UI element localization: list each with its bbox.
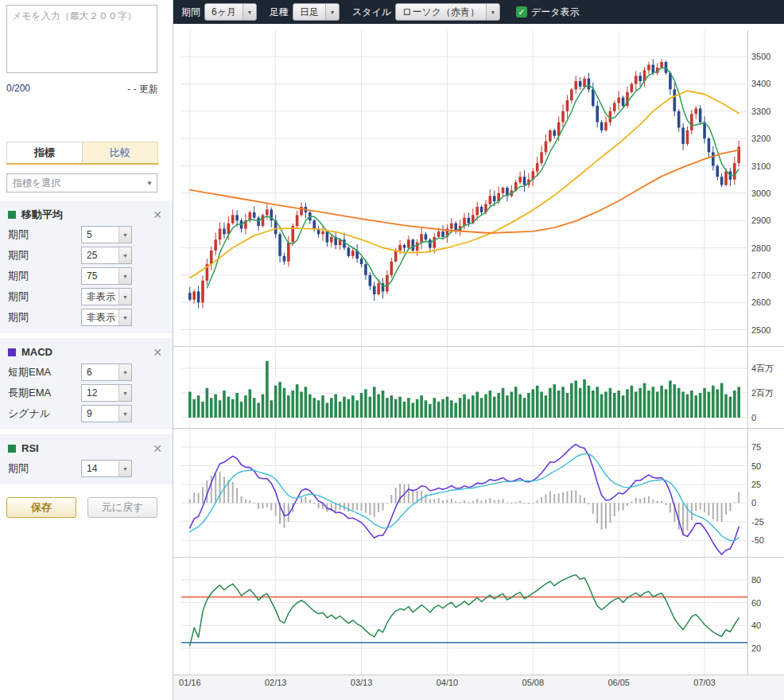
rsi-period-select[interactable]: 14 ▼ <box>81 460 132 477</box>
svg-text:2百万: 2百万 <box>751 388 774 398</box>
row-label: 期間 <box>8 290 81 304</box>
ma-period-select-3[interactable]: 75 ▼ <box>81 267 132 285</box>
svg-text:4百万: 4百万 <box>751 364 774 373</box>
ma-period-row: 期間 非表示 ▼ <box>8 286 165 307</box>
volume-bars <box>188 361 740 418</box>
rsi-row: 期間 14 ▼ <box>8 458 165 479</box>
ma-period-row: 期間 5 ▼ <box>8 224 165 245</box>
ma-period-row: 期間 75 ▼ <box>8 266 165 286</box>
select-value: 9 <box>87 408 92 419</box>
bartype-dropdown[interactable]: 日足 ▼ <box>293 3 340 21</box>
close-icon[interactable]: ✕ <box>150 346 165 359</box>
chart-canvas[interactable]: 3500340033003200310030002900280027002600… <box>173 24 784 700</box>
chevron-down-icon: ▼ <box>118 406 131 422</box>
ma-period-select-4[interactable]: 非表示 ▼ <box>81 288 132 305</box>
svg-text:50: 50 <box>751 461 761 471</box>
gridlines <box>181 30 747 675</box>
select-value: 12 <box>87 387 97 399</box>
bartype-label: 足種 <box>270 6 289 19</box>
svg-text:25: 25 <box>751 480 761 489</box>
indicator-select[interactable]: 指標を選択 ▼ <box>6 173 157 192</box>
indicator-select-placeholder: 指標を選択 <box>13 177 60 190</box>
select-value: 非表示 <box>87 311 115 325</box>
row-label: 期間 <box>8 248 81 262</box>
ma-period-select-5[interactable]: 非表示 ▼ <box>81 309 132 326</box>
ma-color-swatch <box>8 211 16 219</box>
tab-indicator[interactable]: 指標 <box>6 142 83 163</box>
section-title: 移動平均 <box>21 208 150 222</box>
chart-area: 期間 6ヶ月 ▼ 足種 日足 ▼ スタイル ローソク（赤青） ▼ ✓ データ表示… <box>173 0 784 700</box>
select-value: 14 <box>87 463 97 474</box>
svg-text:3500: 3500 <box>751 52 770 61</box>
chevron-down-icon: ▼ <box>118 247 131 263</box>
memo-input[interactable] <box>6 5 157 73</box>
svg-text:2600: 2600 <box>751 298 770 307</box>
ma-period-row: 期間 25 ▼ <box>8 245 165 266</box>
chart-body: 3500340033003200310030002900280027002600… <box>173 24 784 700</box>
row-label: 期間 <box>8 228 81 242</box>
save-button[interactable]: 保存 <box>6 497 76 518</box>
dropdown-value: ローソク（赤青） <box>396 6 486 19</box>
macd-row: 長期EMA 12 ▼ <box>8 383 165 403</box>
ma25-line <box>190 91 739 278</box>
svg-text:2700: 2700 <box>751 270 770 280</box>
macd-color-swatch <box>8 348 16 356</box>
section-title: MACD <box>21 346 150 358</box>
svg-text:-25: -25 <box>751 517 764 527</box>
ma-period-row: 期間 非表示 ▼ <box>8 307 165 328</box>
svg-text:3000: 3000 <box>751 189 770 198</box>
macd-signal-select[interactable]: 9 ▼ <box>81 405 132 422</box>
memo-char-counter: 0/200 <box>6 83 30 96</box>
memo-update-button[interactable]: - - 更新 <box>127 83 158 96</box>
svg-text:20: 20 <box>751 644 761 653</box>
svg-text:-50: -50 <box>751 535 764 545</box>
svg-text:3400: 3400 <box>751 79 770 88</box>
row-label: 期間 <box>8 461 81 476</box>
chevron-down-icon: ▼ <box>243 4 256 20</box>
row-label: 長期EMA <box>8 386 81 400</box>
macd-histogram <box>189 472 739 535</box>
tab-compare[interactable]: 比較 <box>83 142 158 163</box>
select-value: 25 <box>87 250 97 261</box>
ma-period-select-2[interactable]: 25 ▼ <box>81 247 132 264</box>
chevron-down-icon: ▼ <box>118 289 131 305</box>
ma-period-select-1[interactable]: 5 ▼ <box>81 226 132 243</box>
chevron-down-icon: ▼ <box>118 385 131 401</box>
svg-text:04/10: 04/10 <box>437 678 459 687</box>
section-moving-average: 移動平均 ✕ 期間 5 ▼ 期間 25 ▼ <box>0 200 173 333</box>
settings-sidebar: 0/200 - - 更新 指標 比較 指標を選択 ▼ 移動平均 ✕ 期間 <box>0 0 173 700</box>
svg-text:3100: 3100 <box>751 161 770 171</box>
row-label: 短期EMA <box>8 365 81 379</box>
svg-text:3200: 3200 <box>751 134 770 143</box>
svg-text:02/13: 02/13 <box>265 678 287 687</box>
svg-text:2800: 2800 <box>751 243 770 253</box>
period-label: 期間 <box>181 6 200 19</box>
svg-text:2500: 2500 <box>751 325 770 335</box>
svg-text:80: 80 <box>751 575 761 585</box>
close-icon[interactable]: ✕ <box>150 442 165 455</box>
macd-fast-ema-select[interactable]: 6 ▼ <box>81 364 132 381</box>
macd-slow-ema-select[interactable]: 12 ▼ <box>81 384 132 402</box>
close-icon[interactable]: ✕ <box>150 208 165 221</box>
reset-button[interactable]: 元に戻す <box>87 497 157 518</box>
row-label: 期間 <box>8 269 81 283</box>
svg-text:03/13: 03/13 <box>351 678 373 687</box>
macd-line <box>190 445 739 555</box>
macd-signal-line <box>190 453 739 540</box>
period-dropdown[interactable]: 6ヶ月 ▼ <box>204 3 257 21</box>
svg-text:01/16: 01/16 <box>179 678 201 687</box>
svg-text:0: 0 <box>751 413 756 422</box>
sidebar-tabs: 指標 比較 <box>6 142 158 165</box>
dropdown-value: 6ヶ月 <box>205 6 243 19</box>
svg-text:07/03: 07/03 <box>693 678 716 687</box>
svg-text:0: 0 <box>751 498 756 508</box>
style-dropdown[interactable]: ローソク（赤青） ▼ <box>395 3 500 21</box>
section-macd: MACD ✕ 短期EMA 6 ▼ 長期EMA 12 ▼ <box>0 338 173 430</box>
data-display-checkbox[interactable]: ✓ <box>516 6 527 18</box>
svg-text:06/05: 06/05 <box>607 678 630 687</box>
chevron-down-icon: ▼ <box>118 364 131 380</box>
svg-text:40: 40 <box>751 620 761 630</box>
chevron-down-icon: ▼ <box>142 180 157 187</box>
chevron-down-icon: ▼ <box>118 309 131 325</box>
svg-text:05/08: 05/08 <box>522 678 545 687</box>
